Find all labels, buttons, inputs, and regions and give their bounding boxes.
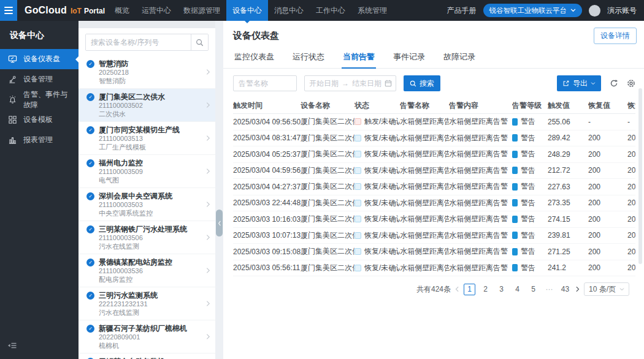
device-list-item[interactable]: ✓ 厦门市同安某模切生产线 211100003513 工厂生产线模板 [79,122,215,155]
alarm-icon [8,95,17,104]
device-serial: 2221231232131 [99,300,206,308]
cell-trigger-value: 212.72 [548,166,588,175]
cell-alarm-content: 水箱侧壁距离告警 [449,165,512,176]
check-circle-icon: ✓ [86,325,94,333]
nav-item-operations[interactable]: 运营中心 [136,0,177,21]
table-row[interactable]: 2025/03/03 10:16:03 厦门集美区二次供水 恢复/未确认 水箱侧… [233,211,635,228]
tab-event-records[interactable]: 事件记录 [392,48,426,68]
device-info: 三明污水监测系统 2221231232131 污水在线监测 [99,291,206,317]
nav-item-datasource[interactable]: 数据源管理 [177,0,226,21]
table-row[interactable]: 2025/03/04 05:25:37 厦门集美区二次供水 恢复/未确认 水箱侧… [233,146,635,163]
status-text: 恢复/未确认 [364,198,400,208]
hamburger-menu-icon[interactable] [0,0,17,21]
export-icon [562,80,570,87]
page-number[interactable]: 43 [559,284,571,295]
account-name[interactable]: 演示账号 [607,6,637,16]
sidebar-item-device-management[interactable]: 设备管理 [0,69,79,89]
nav-item-device-center[interactable]: 设备中心 [226,0,268,21]
search-icon[interactable] [191,34,208,50]
column-header: 触发时间 [233,100,301,111]
device-list-item[interactable]: ✓ 智慧消防 20250218 智慧消防 [79,56,215,89]
column-header: 告警名称 [400,100,449,111]
page-size-select[interactable]: 10 条/页 [584,282,629,296]
avatar[interactable] [589,5,600,17]
level-warning-icon [512,264,518,271]
table-row[interactable]: 2025/03/03 10:07:13 厦门集美区二次供水 恢复/未确认 水箱侧… [233,228,635,244]
page-number[interactable]: 5 [527,284,539,295]
cell-trigger-time: 2025/03/03 22:44:48 [233,198,301,207]
device-list: ✓ 智慧消防 20250218 智慧消防 ✓ [79,56,215,359]
device-list-item[interactable]: ✓ 厦门集美区二次供水 211100003502 二次供水 [79,89,215,122]
cell-alarm-name: 水箱侧壁距离告警 [400,181,449,192]
panel-collapse-handle[interactable] [216,210,223,236]
device-list-item[interactable]: ✓ 深圳会展中央空调系统 211100003503 中央空调系统监控 [79,188,215,221]
device-list-item[interactable]: ✓ 无锡某全自动包装机 20220729001 全自动包装机 [79,353,215,359]
cell-device-name: 厦门集美区二次供水 [301,214,355,224]
date-range-picker[interactable]: 开始日期 → 结束日期 [304,75,396,91]
status-icon [355,265,361,271]
nav-item-overview[interactable]: 概览 [109,0,136,21]
device-serial: 211100003506 [99,234,206,242]
device-list-item[interactable]: ✓ 三明某钢铁厂污水处理系统 211100003506 污水在线监测 [79,221,215,254]
check-circle-icon: ✓ [86,259,94,266]
table-row[interactable]: 2025/03/04 09:56:50 厦门集美区二次供水 触发/未确认 水箱侧… [233,114,635,130]
export-button[interactable]: 导出 [557,75,601,91]
table-scrollbar[interactable] [638,88,642,264]
sidebar-item-report-management[interactable]: 报表管理 [0,130,79,150]
platform-selector[interactable]: 锐谷智联工业物联云平台 [483,4,583,17]
nav-item-message-center[interactable]: 消息中心 [268,0,310,21]
device-list-item[interactable]: ✓ 景德镇某配电站房监控 211100003536 配电房监控 [79,254,215,287]
page-number[interactable]: ··· [543,284,555,295]
device-list-item[interactable]: ✓ 三明污水监测系统 2221231232131 污水在线监测 [79,287,215,320]
device-serial: 211100003509 [99,168,206,176]
device-info: 三明某钢铁厂污水处理系统 211100003506 污水在线监测 [99,225,206,251]
alarm-name-input[interactable] [233,75,297,91]
page-number[interactable]: 1 [464,284,475,295]
device-list-item[interactable]: ✓ 福州电力监控 211100003509 电气图 [79,155,215,188]
tab-monitor-dashboard[interactable]: 监控仪表盘 [233,48,275,68]
cell-trigger-value: 248.29 [548,150,588,159]
sidebar-item-label: 设备模板 [23,115,53,125]
page-number[interactable]: 4 [512,284,523,295]
search-button[interactable]: 搜索 [404,75,440,91]
tab-running-status[interactable]: 运行状态 [291,48,326,68]
table-row[interactable]: 2025/03/04 04:27:37 厦门集美区二次供水 恢复/未确认 水箱侧… [233,179,635,195]
column-header: 设备名称 [301,100,355,111]
nav-item-work-center[interactable]: 工作中心 [310,0,351,21]
table-row[interactable]: 2025/03/04 04:59:56 厦门集美区二次供水 恢复/未确认 水箱侧… [233,163,635,180]
device-detail-button[interactable]: 设备详情 [594,28,637,44]
sidebar-item-label: 报表管理 [23,135,53,145]
tab-current-alarms[interactable]: 当前告警 [342,48,376,69]
table-row[interactable]: 2025/03/03 05:56:11 厦门集美区二次供水 恢复/未确认 水箱侧… [233,260,635,277]
refresh-icon[interactable] [610,79,618,88]
page-number[interactable]: 2 [480,284,491,295]
table-row[interactable]: 2025/03/03 22:44:48 厦门集美区二次供水 恢复/未确认 水箱侧… [233,195,635,212]
main-content: 设备仪表盘 设备详情 监控仪表盘 运行状态 当前告警 事件记录 故障记录 开始日… [223,21,644,359]
gear-icon[interactable] [627,79,635,88]
device-template-name: 智慧消防 [99,77,206,85]
tab-fault-records[interactable]: 故障记录 [442,48,477,68]
sidebar-item-device-dashboard[interactable]: 设备仪表盘 [0,49,79,69]
logo-product: IoT [71,7,82,15]
chevron-down-icon [619,288,624,291]
sidebar-item-device-template[interactable]: 设备模板 [0,110,79,130]
status-icon [355,135,361,142]
nav-item-system[interactable]: 系统管理 [351,0,393,21]
device-list-item[interactable]: ✓ 新疆石河子某纺织厂梳棉机 20220809001 梳棉机 [79,320,215,353]
product-manual-link[interactable]: 产品手册 [447,6,477,16]
device-template-name: 二次供水 [99,110,206,118]
next-page-icon[interactable] [575,286,580,292]
search-button-label: 搜索 [420,78,434,89]
prev-page-icon[interactable] [455,286,459,292]
sidebar-collapse-button[interactable] [7,341,17,353]
cell-device-name: 厦门集美区二次供水 [301,263,355,273]
report-icon [8,135,17,145]
device-list-panel: ✓ 智慧消防 20250218 智慧消防 ✓ [79,21,215,359]
table-row[interactable]: 2025/03/04 08:31:47 厦门集美区二次供水 恢复/未确认 水箱侧… [233,130,635,147]
device-search-input[interactable] [86,34,191,50]
page-number[interactable]: 3 [496,284,507,295]
table-row[interactable]: 2025/03/03 09:15:08 厦门集美区二次供水 恢复/未确认 水箱侧… [233,244,635,260]
cell-alarm-level: 警告 [512,165,548,176]
cell-trigger-value: 273.35 [548,198,588,207]
sidebar-item-alarms-events-faults[interactable]: 告警、事件与故障 [0,89,79,110]
